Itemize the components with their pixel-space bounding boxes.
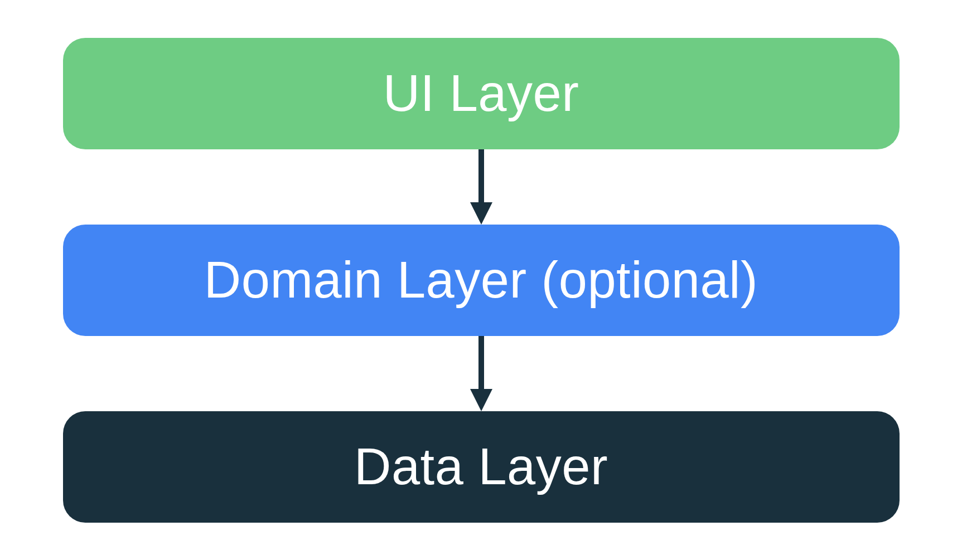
ui-layer-label: UI Layer <box>383 64 579 123</box>
svg-marker-1 <box>470 202 492 225</box>
arrow-down-icon <box>467 149 495 225</box>
svg-marker-3 <box>470 389 492 411</box>
domain-layer-label: Domain Layer (optional) <box>204 251 758 309</box>
data-layer-label: Data Layer <box>354 437 608 496</box>
data-layer-box: Data Layer <box>63 411 900 523</box>
arrow-down-icon <box>467 336 495 411</box>
domain-layer-box: Domain Layer (optional) <box>63 225 900 336</box>
ui-layer-box: UI Layer <box>63 38 900 149</box>
architecture-diagram: UI Layer Domain Layer (optional) Data La… <box>63 38 900 523</box>
